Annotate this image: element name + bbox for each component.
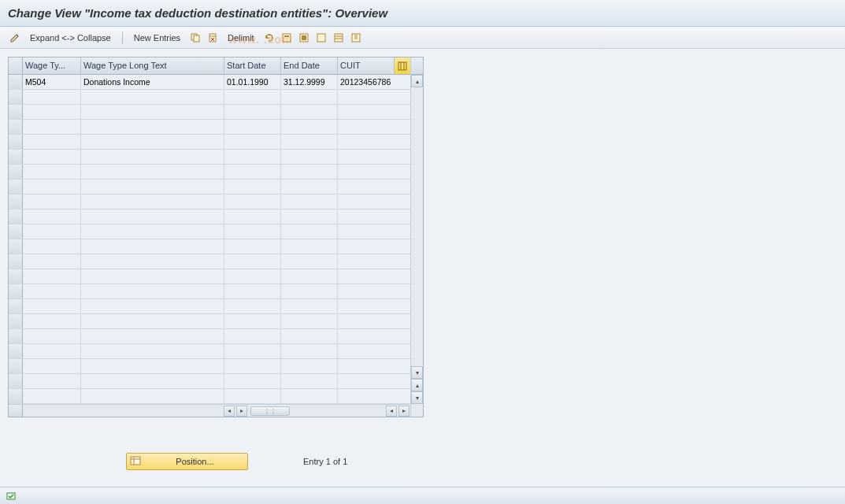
delete-icon[interactable]: [206, 32, 219, 44]
column-start-date[interactable]: Start Date: [224, 57, 281, 74]
table-row: [9, 284, 410, 299]
table-row: [9, 195, 410, 209]
row-selector[interactable]: [9, 90, 23, 104]
svg-rect-11: [335, 34, 343, 42]
select-all-icon[interactable]: [298, 32, 310, 44]
svg-rect-1: [194, 35, 199, 42]
select-block-icon[interactable]: [280, 32, 293, 44]
table-row: [9, 135, 410, 150]
scroll-right-icon[interactable]: ▸: [236, 406, 247, 417]
scroll-right-icon[interactable]: ▸: [398, 406, 410, 417]
row-selector[interactable]: [9, 120, 23, 134]
cell-cuit[interactable]: 20123456786: [338, 75, 410, 89]
row-selector[interactable]: [9, 374, 23, 388]
row-selector[interactable]: [9, 165, 23, 179]
scroll-up-icon[interactable]: ▴: [411, 75, 423, 87]
page-title: Change View "Income tax deduction destin…: [8, 6, 387, 20]
select-all-rows[interactable]: [9, 57, 23, 74]
scroll-track[interactable]: [411, 87, 423, 366]
row-selector[interactable]: [9, 150, 23, 164]
cell-start-date[interactable]: 01.01.1990: [224, 75, 281, 89]
table-row: [9, 150, 410, 165]
svg-rect-9: [302, 35, 306, 40]
column-long-text[interactable]: Wage Type Long Text: [81, 57, 224, 74]
scroll-thumb[interactable]: ⋮⋮: [250, 406, 290, 416]
table-row: [9, 105, 410, 120]
table-row: [9, 314, 410, 329]
row-selector[interactable]: [9, 389, 23, 403]
horizontal-scrollbar: ◂ ▸ ⋮⋮ ◂ ▸: [9, 404, 410, 417]
table-row: [9, 299, 410, 314]
content-area: Wage Ty... Wage Type Long Text Start Dat…: [0, 49, 845, 502]
row-selector[interactable]: [9, 284, 23, 298]
undo-icon[interactable]: [263, 32, 276, 44]
position-button[interactable]: Position...: [126, 453, 248, 470]
svg-rect-21: [131, 457, 140, 465]
column-cuit[interactable]: CUIT: [338, 57, 395, 74]
entry-count: Entry 1 of 1: [303, 457, 347, 466]
table-settings-icon[interactable]: [332, 32, 345, 44]
table-row: M504 Donations Income 01.01.1990 31.12.9…: [9, 75, 410, 90]
new-entries-button[interactable]: New Entries: [129, 30, 185, 46]
table-row: [9, 90, 410, 105]
svg-rect-18: [398, 62, 406, 70]
data-table: Wage Ty... Wage Type Long Text Start Dat…: [8, 57, 424, 417]
row-selector[interactable]: [9, 75, 23, 89]
cell-wage-type[interactable]: M504: [23, 75, 81, 89]
table-row: [9, 239, 410, 254]
svg-rect-6: [283, 34, 291, 42]
cell-end-date[interactable]: 31.12.9999: [281, 75, 338, 89]
table-row: [9, 120, 410, 135]
title-bar: Change View "Income tax deduction destin…: [0, 0, 845, 27]
separator: [122, 32, 123, 44]
row-selector[interactable]: [9, 344, 23, 358]
row-selector[interactable]: [9, 299, 23, 313]
position-label: Position...: [146, 457, 244, 466]
row-selector[interactable]: [9, 329, 23, 343]
table-config-icon[interactable]: [395, 57, 410, 74]
table-row: [9, 254, 410, 269]
row-selector[interactable]: [9, 209, 23, 224]
row-selector[interactable]: [9, 105, 23, 119]
row-selector[interactable]: [9, 269, 23, 284]
deselect-all-icon[interactable]: [315, 32, 328, 44]
cell-long-text[interactable]: Donations Income: [81, 75, 224, 89]
table-row: [9, 389, 410, 404]
svg-rect-2: [209, 34, 216, 42]
position-bar: Position... Entry 1 of 1: [126, 453, 837, 470]
svg-rect-7: [284, 35, 289, 37]
row-selector[interactable]: [9, 314, 23, 328]
row-selector[interactable]: [9, 135, 23, 149]
row-selector[interactable]: [9, 359, 23, 373]
table-row: [9, 269, 410, 284]
scroll-down-icon[interactable]: ▾: [411, 391, 423, 404]
scroll-left-icon[interactable]: ◂: [224, 406, 235, 417]
print-icon[interactable]: [350, 32, 362, 44]
application-toolbar: Expand <-> Collapse New Entries Delimit: [0, 27, 845, 49]
table-row: [9, 359, 410, 374]
table-row: [9, 180, 410, 195]
scroll-left-icon[interactable]: ◂: [386, 406, 397, 417]
status-icon: [6, 491, 17, 502]
row-selector[interactable]: [9, 254, 23, 269]
table-row: [9, 344, 410, 359]
vertical-scrollbar: ▴ ▾ ▴ ▾: [410, 57, 423, 417]
row-selector[interactable]: [9, 195, 23, 209]
delimit-button[interactable]: Delimit: [223, 30, 259, 46]
table-row: [9, 374, 410, 389]
svg-rect-10: [317, 34, 325, 42]
table-row: [9, 165, 410, 180]
status-bar: [0, 487, 845, 504]
row-selector[interactable]: [9, 224, 23, 239]
scroll-down-icon[interactable]: ▾: [411, 366, 423, 379]
table-row: [9, 209, 410, 224]
row-selector[interactable]: [9, 239, 23, 254]
column-end-date[interactable]: End Date: [281, 57, 338, 74]
column-wage-type[interactable]: Wage Ty...: [23, 57, 81, 74]
scroll-up-icon[interactable]: ▴: [411, 379, 423, 391]
copy-icon[interactable]: [189, 32, 202, 44]
table-header-row: Wage Ty... Wage Type Long Text Start Dat…: [9, 57, 410, 75]
edit-icon[interactable]: [9, 32, 21, 44]
row-selector[interactable]: [9, 180, 23, 194]
expand-collapse-button[interactable]: Expand <-> Collapse: [25, 30, 116, 46]
